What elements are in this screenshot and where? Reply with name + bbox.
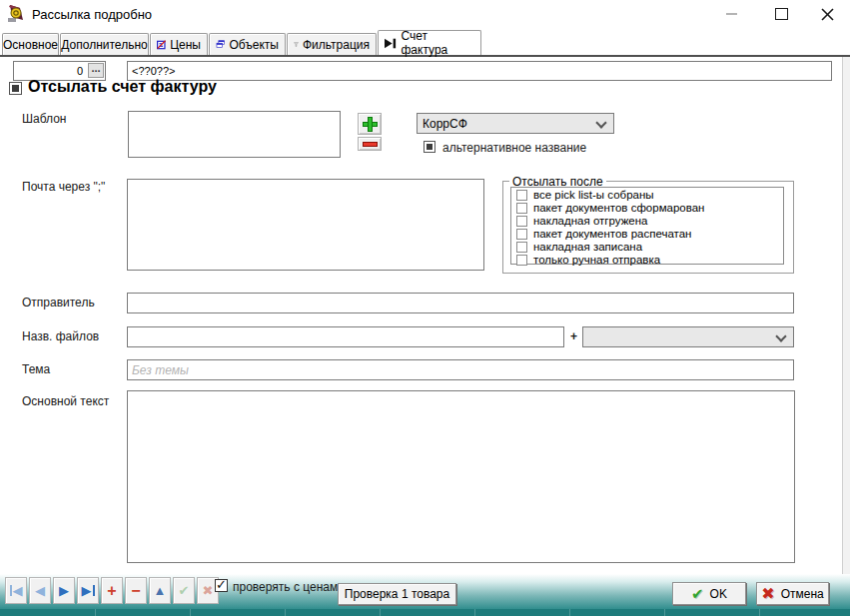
cancel-button[interactable]: ✖ Отмена xyxy=(756,582,829,605)
bottom-toolbar: ◀ ◀ ▶ ▶ + − ▲ ✔ ✖ проверять с ценами Про… xyxy=(0,574,850,609)
last-icon: ▶ xyxy=(82,583,92,598)
tab-label: Цены xyxy=(170,38,201,52)
cancel-label: Отмена xyxy=(781,587,824,601)
filter-icon xyxy=(294,38,299,51)
tab-label: Дополнительно xyxy=(61,38,147,52)
sender-label: Отправитель xyxy=(22,296,95,309)
option-label: все pick list-ы собраны xyxy=(533,189,654,201)
checkbox-icon[interactable] xyxy=(516,216,527,227)
template-listbox[interactable] xyxy=(128,111,341,158)
nav-delete-button[interactable]: − xyxy=(125,577,147,604)
nav-prior-button[interactable]: ◀ xyxy=(29,577,51,604)
file-names-label: Назв. файлов xyxy=(22,329,99,343)
maximize-icon xyxy=(775,8,788,20)
minimize-button[interactable] xyxy=(711,0,751,28)
close-icon xyxy=(821,8,834,21)
subject-label: Тема xyxy=(22,362,50,376)
check-prices-label: проверять с ценами xyxy=(233,580,345,594)
add-template-button[interactable] xyxy=(358,113,382,135)
file-names-combo[interactable] xyxy=(582,326,794,347)
next-icon: ▶ xyxy=(59,583,69,598)
subject-input[interactable]: Без темы xyxy=(127,359,794,380)
nav-post-button[interactable]: ✔ xyxy=(173,577,195,604)
minus-icon xyxy=(363,142,378,147)
option-label: только ручная отправка xyxy=(533,254,660,266)
template-type-value: КоррСФ xyxy=(423,117,467,131)
ok-label: OK xyxy=(710,587,727,601)
tab-label: Объекты xyxy=(230,38,280,52)
minimize-icon xyxy=(726,13,737,15)
checkbox-icon[interactable] xyxy=(516,242,527,253)
check-one-item-button[interactable]: Проверка 1 товара xyxy=(338,583,456,605)
body-label: Основной текст xyxy=(22,394,109,408)
ellipsis-button[interactable]: ... xyxy=(88,63,104,78)
tab-filtering[interactable]: Фильтрация xyxy=(287,33,377,55)
tab-invoice[interactable]: Счет фактура xyxy=(378,30,481,55)
check-prices-checkbox[interactable] xyxy=(215,579,228,592)
invoice-icon xyxy=(385,38,397,49)
checkbox-icon[interactable] xyxy=(516,203,527,214)
tab-label: Фильтрация xyxy=(303,38,370,52)
expression-value: <??0??> xyxy=(132,65,175,77)
nav-next-button[interactable]: ▶ xyxy=(53,577,75,604)
send-invoice-label: Отсылать счет фактуру xyxy=(28,78,217,96)
file-names-joiner: + xyxy=(570,329,577,343)
option-label: пакет документов сформарован xyxy=(533,202,704,214)
right-panel-edge xyxy=(842,57,850,574)
window-title: Рассылка подробно xyxy=(32,7,152,22)
nav-last-button[interactable]: ▶ xyxy=(77,577,99,604)
record-number-value: 0 xyxy=(77,65,83,77)
objects-icon xyxy=(216,38,226,51)
post-icon: ✔ xyxy=(179,583,190,598)
app-icon xyxy=(6,4,26,24)
nav-insert-button[interactable]: + xyxy=(101,577,123,604)
alt-name-checkbox[interactable] xyxy=(424,141,435,153)
prices-icon xyxy=(157,38,166,52)
template-type-combo[interactable]: КоррСФ xyxy=(417,113,614,134)
edit-icon: ▲ xyxy=(154,583,167,598)
chevron-down-icon xyxy=(775,330,786,341)
mailing-detail-window: Рассылка подробно Основное Дополнительно… xyxy=(0,0,850,616)
plus-icon xyxy=(363,117,378,132)
option-label: накладная отгружена xyxy=(533,215,647,227)
ok-check-icon: ✔ xyxy=(691,585,704,603)
sender-input[interactable] xyxy=(127,293,794,313)
send-invoice-checkbox[interactable] xyxy=(9,82,22,95)
tab-prices[interactable]: Цены xyxy=(150,33,208,55)
file-names-input[interactable] xyxy=(127,326,564,347)
check-one-item-label: Проверка 1 товара xyxy=(345,587,449,601)
checkbox-icon[interactable] xyxy=(516,255,527,266)
checkbox-icon[interactable] xyxy=(516,190,527,201)
option-label: пакет документов распечатан xyxy=(533,228,691,240)
mail-textarea[interactable] xyxy=(127,179,484,271)
alt-name-label: альтернативное название xyxy=(442,141,586,155)
remove-template-button[interactable] xyxy=(358,137,382,151)
close-button[interactable] xyxy=(807,0,847,28)
title-bar: Рассылка подробно xyxy=(0,0,850,28)
cancel-x-icon: ✖ xyxy=(761,584,774,603)
mail-label: Почта через ";" xyxy=(22,180,105,194)
tab-objects[interactable]: Объекты xyxy=(209,33,286,55)
checkbox-icon[interactable] xyxy=(516,229,527,240)
first-icon: ◀ xyxy=(13,583,23,598)
chevron-down-icon xyxy=(595,117,606,128)
tab-bar: Основное Дополнительно Цены Объекты xyxy=(0,30,850,55)
insert-icon: + xyxy=(107,582,116,600)
subject-placeholder: Без темы xyxy=(132,363,189,377)
nav-edit-button[interactable]: ▲ xyxy=(149,577,171,604)
tab-additional[interactable]: Дополнительно xyxy=(60,33,149,55)
tab-main[interactable]: Основное xyxy=(2,33,59,55)
body-textarea[interactable] xyxy=(127,390,795,563)
tab-label: Основное xyxy=(3,38,58,52)
ok-button[interactable]: ✔ OK xyxy=(672,582,746,605)
tab-label: Счет фактура xyxy=(401,29,474,57)
nav-first-button[interactable]: ◀ xyxy=(5,577,27,604)
prior-icon: ◀ xyxy=(35,583,45,598)
status-strip xyxy=(0,609,850,616)
expression-field[interactable]: <??0??> xyxy=(127,61,832,81)
delete-icon: − xyxy=(131,582,140,600)
template-label: Шаблон xyxy=(22,112,66,126)
cancel-icon: ✖ xyxy=(203,583,214,598)
option-label: накладная записана xyxy=(533,241,642,253)
maximize-button[interactable] xyxy=(761,0,801,28)
